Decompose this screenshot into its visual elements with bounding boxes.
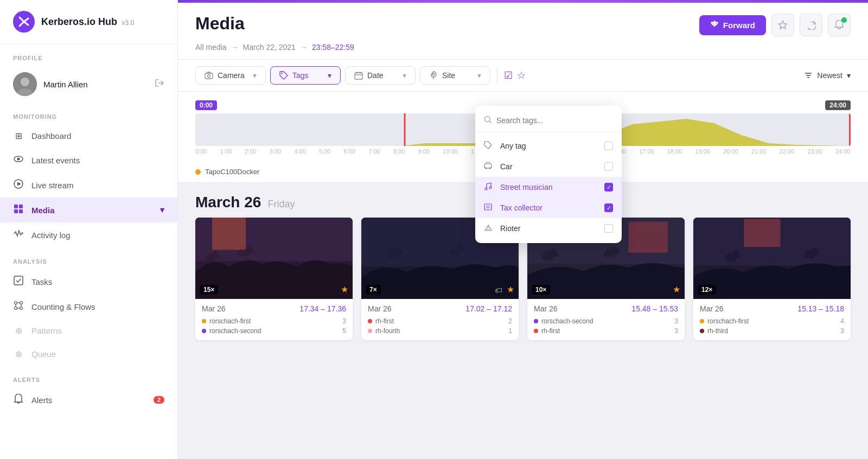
svg-marker-7	[17, 182, 21, 186]
main-content: Media Forward All media →	[178, 0, 868, 459]
breadcrumb-root[interactable]: All media	[195, 43, 227, 52]
list-item: rorschach-second 5	[202, 327, 346, 335]
svg-line-50	[490, 122, 492, 124]
sidebar-item-label: Queue	[31, 349, 56, 359]
sidebar-item-latest-events[interactable]: Latest events	[0, 148, 177, 173]
media-count-badge: 15×	[200, 285, 218, 295]
tag-option-street-musician[interactable]: Street musician ✓	[475, 177, 622, 197]
media-count-badge: 7×	[366, 285, 381, 295]
tag-dot	[534, 319, 538, 323]
sidebar-item-label: Patterns	[31, 326, 62, 335]
music-icon	[484, 182, 495, 192]
counting-icon	[13, 301, 24, 313]
tag-count: 3	[674, 327, 678, 335]
media-tags: rorschach-first 3 rorschach-second 5	[202, 317, 346, 335]
tag-count: 5	[342, 327, 346, 335]
svg-rect-45	[628, 222, 668, 253]
tag-search-input[interactable]	[496, 116, 613, 125]
tax-icon	[484, 203, 495, 213]
logo-area: Kerberos.io Hub v3.0	[0, 0, 177, 44]
media-thumbnail: 15× ★	[195, 218, 353, 299]
filter-separator	[497, 68, 497, 83]
svg-rect-8	[14, 205, 18, 208]
timeline-start-badge: 0:00	[195, 100, 217, 110]
breadcrumb-date[interactable]: March 22, 2021	[243, 43, 296, 52]
media-date-row: Mar 26 15.48 – 15.53	[534, 304, 678, 313]
list-item: rorschach-first 4	[700, 317, 844, 325]
date-filter[interactable]: Date ▾	[345, 66, 416, 85]
forward-button[interactable]: Forward	[699, 15, 766, 35]
patterns-icon: ⊕	[13, 326, 24, 336]
list-item: rorschach-first 3	[202, 317, 346, 325]
tag-option-any[interactable]: Any tag	[475, 136, 622, 156]
alerts-badge: 2	[154, 396, 164, 404]
tag-label: rorschach-first	[209, 317, 342, 325]
tag-count: 3	[674, 317, 678, 325]
media-count-badge: 10×	[532, 285, 550, 295]
tag-option-label: Street musician	[500, 183, 599, 192]
tag-checkbox[interactable]	[604, 224, 613, 233]
sort-icon	[804, 71, 813, 80]
sidebar-item-live-stream[interactable]: Live stream	[0, 173, 177, 197]
tag-checkbox[interactable]	[604, 142, 613, 150]
sidebar-item-label: Activity log	[31, 231, 71, 240]
sidebar-item-activity-log[interactable]: Activity log	[0, 222, 177, 247]
svg-point-49	[485, 117, 490, 122]
star-button[interactable]	[771, 14, 794, 36]
svg-marker-21	[779, 21, 787, 29]
tag-option-car[interactable]: Car	[475, 156, 622, 177]
tasks-icon	[13, 276, 24, 288]
refresh-icon	[806, 20, 816, 30]
chevron-down-icon: ▾	[160, 205, 164, 215]
media-time: 17.34 – 17.36	[299, 304, 346, 313]
tag-option-tax-collector[interactable]: Tax collector ✓	[475, 197, 622, 218]
svg-point-16	[20, 307, 23, 310]
media-tags: rorschach-second 3 rh-first 3	[534, 317, 678, 335]
sidebar-item-label: Live stream	[31, 181, 74, 190]
sort-control[interactable]: Newest ▾	[804, 71, 851, 80]
table-row[interactable]: 12× Mar 26 15.13 – 15.18 rorschach-first…	[693, 218, 851, 340]
tag-count: 4	[840, 317, 844, 325]
tag-label: rh-first	[375, 317, 508, 325]
sidebar-item-label: Media	[31, 206, 55, 215]
tag-option-label: Rioter	[500, 224, 599, 233]
tag-label: rorschach-second	[541, 317, 674, 325]
profile-section-label: PROFILE	[0, 44, 177, 66]
checkbox-icon[interactable]: ☑	[504, 69, 513, 81]
tag-checkbox-checked[interactable]: ✓	[604, 183, 613, 192]
calendar-icon	[354, 71, 363, 80]
tags-dropdown: Any tag Car Street musician ✓ Tax collec…	[475, 106, 622, 243]
sidebar-item-counting-flows[interactable]: Counting & Flows	[0, 294, 177, 319]
tag-count: 2	[508, 317, 512, 325]
camera-name: TapoC100Docker	[205, 168, 259, 176]
sidebar-item-tasks[interactable]: Tasks	[0, 269, 177, 294]
site-filter[interactable]: Site ▾	[420, 66, 490, 85]
page-title: Media	[195, 14, 245, 34]
header-actions: Forward	[699, 14, 851, 36]
tags-filter-arrow: ▾	[328, 71, 331, 80]
filter-star-icon[interactable]: ☆	[517, 69, 526, 81]
tag-label: rorschach-first	[707, 317, 840, 325]
tag-label: rh-first	[541, 327, 674, 335]
svg-rect-36	[404, 113, 406, 146]
media-count-badge: 12×	[698, 285, 716, 295]
logout-icon[interactable]	[155, 78, 164, 90]
media-date: Mar 26	[700, 304, 724, 313]
notification-button[interactable]	[828, 14, 851, 36]
table-row[interactable]: 15× ★ Mar 26 17.34 – 17.36 rorschach-fir…	[195, 218, 353, 340]
sidebar-item-dashboard[interactable]: ⊞ Dashboard	[0, 124, 177, 148]
tag-checkbox-checked[interactable]: ✓	[604, 203, 613, 212]
svg-rect-40	[212, 218, 246, 250]
tag-checkbox[interactable]	[604, 162, 613, 171]
sidebar-item-patterns: ⊕ Patterns	[0, 319, 177, 342]
sidebar-item-alerts[interactable]: Alerts 2	[0, 387, 177, 412]
refresh-button[interactable]	[800, 14, 822, 36]
tag-option-rioter[interactable]: Rioter	[475, 218, 622, 239]
camera-filter[interactable]: Camera ▾	[195, 66, 266, 85]
star-icon	[778, 20, 788, 30]
sidebar-item-media[interactable]: Media ▾	[0, 197, 177, 222]
svg-rect-22	[205, 73, 213, 79]
tags-filter[interactable]: Tags ▾	[270, 66, 341, 85]
svg-rect-37	[849, 113, 851, 146]
media-time: 15.13 – 15.18	[797, 304, 844, 313]
